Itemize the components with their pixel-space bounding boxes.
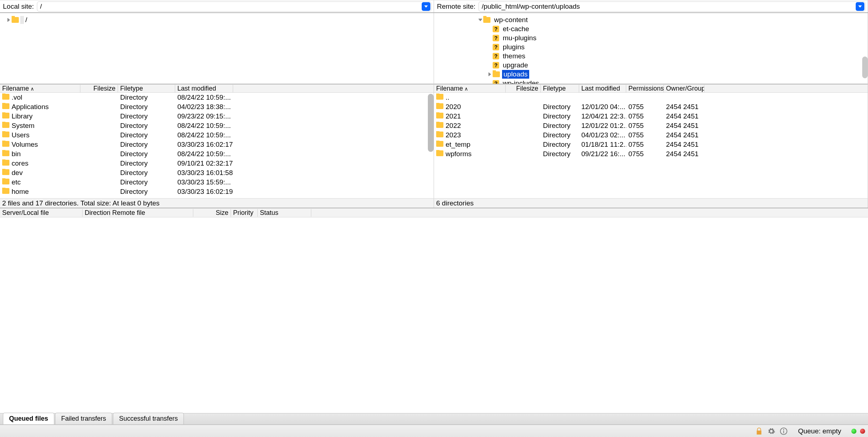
file-modified: 09/10/21 02:32:17 [175, 159, 233, 167]
remote-path-dropdown-button[interactable] [856, 2, 864, 11]
file-permissions: 0755 [626, 150, 664, 158]
col-filesize[interactable]: Filesize [80, 85, 118, 92]
col-server-file[interactable]: Server/Local file [0, 209, 83, 217]
led-green-icon [851, 429, 856, 434]
col-direction[interactable]: Direction [83, 209, 110, 217]
remote-tree-item[interactable]: ?plugins [434, 42, 868, 51]
scrollbar-thumb[interactable] [862, 57, 868, 78]
file-name: 2023 [446, 131, 461, 139]
col-status[interactable]: Status [258, 209, 311, 217]
file-row[interactable]: SystemDirectory08/24/22 10:59:... [0, 121, 434, 130]
col-modified[interactable]: Last modified [175, 85, 233, 92]
file-type: Directory [118, 150, 175, 158]
file-row[interactable]: et_tempDirectory01/18/21 11:2...07552454… [434, 140, 868, 149]
file-row[interactable]: LibraryDirectory09/23/22 09:15:... [0, 112, 434, 121]
file-name: .vol [12, 93, 22, 101]
folder-icon [2, 113, 9, 118]
file-row[interactable]: 2023Directory04/01/23 02:...07552454 245… [434, 130, 868, 140]
folder-icon [2, 169, 9, 175]
col-size[interactable]: Size [193, 209, 231, 217]
queue-body[interactable] [0, 217, 868, 413]
col-priority[interactable]: Priority [231, 209, 258, 217]
remote-status: 6 directories [434, 199, 868, 208]
file-name: System [12, 122, 34, 129]
gear-icon[interactable] [767, 427, 776, 436]
remote-path-combo[interactable] [479, 1, 865, 12]
file-modified: 03/30/23 16:02:19 [175, 188, 233, 196]
file-type: Directory [541, 131, 579, 139]
file-row[interactable]: coresDirectory09/10/21 02:32:17 [0, 159, 434, 168]
local-tree-root-label: / [24, 16, 29, 24]
tab-successful-transfers[interactable]: Successful transfers [113, 413, 184, 424]
info-circle-icon[interactable] [779, 427, 788, 436]
file-name: dev [12, 169, 23, 176]
remote-tree-item[interactable]: ?upgrade [434, 61, 868, 70]
file-row[interactable]: 2021Directory12/04/21 22:3..07552454 245… [434, 112, 868, 121]
file-row[interactable]: 2020Directory12/01/20 04:...07552454 245… [434, 102, 868, 112]
folder-icon [2, 94, 9, 100]
local-tree[interactable]: / [0, 13, 434, 84]
folder-icon [12, 17, 19, 23]
remote-tree-item[interactable]: wp-content [434, 15, 868, 24]
col-filename[interactable]: Filename∧ [434, 85, 506, 92]
remote-tree-item[interactable]: ?mu-plugins [434, 33, 868, 42]
local-tree-root[interactable]: / [0, 15, 434, 24]
local-path-combo[interactable] [37, 1, 431, 12]
col-modified[interactable]: Last modified [579, 85, 626, 92]
lock-icon[interactable] [755, 427, 763, 436]
status-row: 2 files and 17 directories. Total size: … [0, 198, 868, 208]
file-row[interactable]: .. [434, 93, 868, 102]
col-filename[interactable]: Filename∧ [0, 85, 80, 92]
remote-list-header[interactable]: Filename∧ Filesize Filetype Last modifie… [434, 84, 868, 93]
file-type: Directory [541, 103, 579, 111]
chevron-right-icon[interactable] [6, 18, 12, 22]
file-name: Applications [12, 103, 49, 111]
local-path-input[interactable] [37, 3, 422, 11]
file-owner: 2454 2451 [664, 150, 704, 158]
file-name: 2021 [446, 112, 461, 120]
col-owner[interactable]: Owner/Group [664, 85, 704, 92]
file-row[interactable]: wpformsDirectory09/21/22 16:...07552454 … [434, 149, 868, 159]
remote-tree-item[interactable]: ?themes [434, 51, 868, 61]
file-row[interactable]: etcDirectory03/30/23 15:59:... [0, 178, 434, 187]
chevron-down-icon[interactable] [477, 18, 483, 22]
file-row[interactable]: VolumesDirectory03/30/23 16:02:17 [0, 140, 434, 149]
file-type: Directory [118, 122, 175, 130]
file-modified: 12/01/22 01:2... [579, 122, 626, 130]
tab-failed-transfers[interactable]: Failed transfers [55, 413, 112, 424]
scrollbar-thumb[interactable] [428, 94, 434, 152]
file-row[interactable]: UsersDirectory08/24/22 10:59:... [0, 130, 434, 140]
file-modified: 09/23/22 09:15:... [175, 112, 233, 120]
col-filetype[interactable]: Filetype [118, 85, 175, 92]
local-site-label: Local site: [0, 3, 37, 11]
path-bar: Local site: Remote site: [0, 0, 868, 13]
chevron-right-icon[interactable] [487, 72, 493, 76]
file-row[interactable]: .volDirectory08/24/22 10:59:... [0, 93, 434, 102]
folder-unknown-icon: ? [493, 80, 499, 84]
file-row[interactable]: devDirectory03/30/23 16:01:58 [0, 168, 434, 178]
file-modified: 09/21/22 16:... [579, 150, 626, 158]
local-file-list[interactable]: Filename∧ Filesize Filetype Last modifie… [0, 84, 434, 198]
col-filesize[interactable]: Filesize [506, 85, 541, 92]
remote-file-list[interactable]: Filename∧ Filesize Filetype Last modifie… [434, 84, 868, 198]
file-row[interactable]: homeDirectory03/30/23 16:02:19 [0, 187, 434, 196]
remote-tree-item[interactable]: ?et-cache [434, 24, 868, 33]
remote-site-label: Remote site: [434, 3, 479, 11]
remote-tree-item[interactable]: ? wp-includes [434, 79, 868, 84]
col-permissions[interactable]: Permissions [626, 85, 664, 92]
local-path-dropdown-button[interactable] [422, 2, 430, 11]
folder-icon [2, 132, 9, 137]
file-row[interactable]: binDirectory08/24/22 10:59:... [0, 149, 434, 159]
file-row[interactable]: 2022Directory12/01/22 01:2...07552454 24… [434, 121, 868, 130]
file-row[interactable]: ApplicationsDirectory04/02/23 18:38:... [0, 102, 434, 112]
tree-item-label: mu-plugins [501, 34, 538, 42]
local-list-header[interactable]: Filename∧ Filesize Filetype Last modifie… [0, 84, 434, 93]
file-owner: 2454 2451 [664, 122, 704, 130]
col-filetype[interactable]: Filetype [541, 85, 579, 92]
remote-tree[interactable]: wp-content ?et-cache?mu-plugins?plugins?… [434, 13, 868, 84]
queue-header[interactable]: Server/Local file Direction Remote file … [0, 208, 868, 217]
col-remote-file[interactable]: Remote file [110, 209, 193, 217]
remote-tree-item-uploads[interactable]: uploads [434, 70, 868, 79]
remote-path-input[interactable] [479, 3, 856, 11]
tab-queued-files[interactable]: Queued files [3, 413, 54, 424]
